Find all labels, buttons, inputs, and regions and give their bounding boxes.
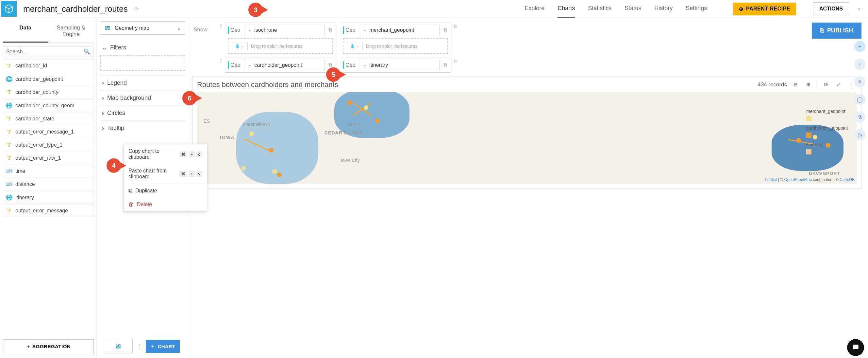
map-body[interactable]: ES IOWA Marshalltown Marion CEDAR RAPIDS… [197, 92, 857, 184]
drag-handle-icon[interactable]: ⠿ [220, 59, 223, 64]
column-item[interactable]: Tcardholder_county [3, 86, 94, 99]
column-name: output_error_type_1 [16, 142, 62, 148]
expand-icon[interactable]: ⤢ [835, 80, 843, 89]
section-filters[interactable]: ⌄Filters [100, 40, 185, 55]
section-tooltip[interactable]: ›Tooltip [100, 120, 185, 136]
chart-canvas: ⎘ PUBLISH Show ⠿ Geo ⌄ isochrone 🗑 💧 ⌄ D… [189, 18, 868, 358]
column-item[interactable]: Tcardholder_state [3, 113, 94, 125]
column-item[interactable]: Toutput_error_message_1 [3, 126, 94, 138]
section-legend[interactable]: ›Legend [100, 75, 185, 90]
column-item[interactable]: 123distance [3, 178, 94, 190]
geo-label: Geo [228, 27, 242, 34]
color-dropzone[interactable]: 💧 ⌄ Drop to color the features [228, 38, 333, 54]
drop-hint: Drop to color the features [251, 44, 303, 49]
trash-icon[interactable]: 🗑 [328, 27, 333, 33]
ctx-duplicate[interactable]: ⧉ Duplicate [124, 184, 207, 198]
leaflet-link[interactable]: Leaflet [765, 177, 777, 182]
add-chart-button[interactable]: ＋ CHART [146, 340, 180, 353]
osm-link[interactable]: OpenStreetMap [784, 177, 812, 182]
column-item[interactable]: Toutput_error_type_1 [3, 139, 94, 151]
left-tab-sampling[interactable]: Sampling & Engine [49, 21, 94, 43]
column-item[interactable]: Toutput_error_raw_1 [3, 152, 94, 164]
refresh-icon[interactable]: ⟳ [134, 6, 138, 12]
ctx-paste[interactable]: Paste chart from clipboard ⌘+v [124, 164, 207, 184]
column-search[interactable]: 🔍 [3, 46, 94, 57]
legend-item: merchant_geopoint [806, 109, 852, 122]
rail-search-icon[interactable]: ◯ [854, 94, 865, 105]
rail-lab-icon[interactable]: ⚗ [854, 112, 865, 123]
left-tab-data[interactable]: Data [3, 21, 49, 43]
topbar: merchant_cardholder_routes ⟳ Explore Cha… [0, 0, 868, 18]
refresh-icon[interactable]: ⟳ [822, 80, 830, 89]
chevron-right-icon: › [102, 94, 104, 102]
column-item[interactable]: 🌐itinerary [3, 191, 94, 204]
rail-add-icon[interactable]: ＋ [854, 41, 865, 52]
actions-button[interactable]: ACTIONS [813, 2, 849, 16]
rail-info-icon[interactable]: i [854, 59, 865, 70]
geo-layer-card: Geo ⌄ merchant_geopoint 🗑 💧 ⌄ Drop to co… [340, 23, 451, 56]
chevron-down-icon: ⌄ [102, 44, 107, 51]
column-item[interactable]: 123time [3, 165, 94, 177]
tab-charts[interactable]: Charts [558, 0, 575, 18]
chart-thumbnails-bar: 🗺️ ⋮ ＋ CHART [101, 336, 862, 356]
tab-statistics[interactable]: Statistics [588, 0, 612, 18]
zoom-out-icon[interactable]: ⊖ [792, 80, 800, 89]
type-icon: T [6, 155, 12, 161]
type-icon: 🌐 [6, 103, 12, 109]
drag-handle-icon[interactable]: ⠿ [220, 24, 223, 29]
column-name: cardholder_county [16, 89, 59, 95]
left-sidebar: Data Sampling & Engine 🔍 Tcardholder_id🌐… [0, 18, 97, 358]
geo-field-select[interactable]: ⌄ isochrone [245, 25, 324, 35]
delete-row-icon[interactable]: 🗑 [453, 24, 457, 29]
column-item[interactable]: Tcardholder_id [3, 60, 94, 72]
thumb-more-icon[interactable]: ⋮ [136, 343, 142, 350]
chart-type-select[interactable]: 🗺️ Geometry map ⌄ [100, 21, 185, 35]
geo-field-value: itinerary [369, 62, 388, 68]
column-item[interactable]: 🌐cardholder_county_geom [3, 99, 94, 112]
filters-dropzone[interactable] [100, 55, 185, 71]
rail-list-icon[interactable]: ≡ [854, 76, 865, 87]
ctx-delete[interactable]: 🗑 Delete [124, 198, 207, 212]
map-card: Routes between cardholders and merchants… [192, 77, 862, 189]
tab-status[interactable]: Status [624, 0, 641, 18]
map-title: Routes between cardholders and merchants [197, 81, 753, 89]
column-name: distance [16, 181, 35, 187]
tab-settings[interactable]: Settings [686, 0, 707, 18]
column-name: itinerary [16, 195, 34, 201]
search-icon: 🔍 [84, 49, 90, 55]
zoom-in-icon[interactable]: ⊕ [804, 80, 812, 89]
tab-history[interactable]: History [654, 0, 673, 18]
delete-row-icon[interactable]: 🗑 [453, 59, 457, 64]
rail-clock-icon[interactable]: ◷ [854, 129, 865, 140]
type-icon: T [6, 142, 12, 148]
column-item[interactable]: Toutput_error_message [3, 204, 94, 217]
dataset-cube-icon [1, 1, 17, 17]
geo-field-select[interactable]: ⌄ merchant_geopoint [360, 25, 439, 35]
section-circles[interactable]: ›Circles [100, 105, 185, 120]
trash-icon[interactable]: 🗑 [443, 62, 448, 68]
column-item[interactable]: 🌐cardholder_geopoint [3, 73, 94, 85]
publish-icon: ⎘ [820, 27, 824, 34]
ctx-copy[interactable]: Copy chart to clipboard ⌘+c [124, 144, 207, 164]
column-name: cardholder_id [16, 63, 47, 69]
map-attribution: Leaflet | © OpenStreetMap contributors, … [765, 177, 855, 182]
chevron-right-icon: › [102, 80, 104, 86]
parent-recipe-button[interactable]: ⊕ PARENT RECIPE [733, 3, 796, 16]
tab-explore[interactable]: Explore [525, 0, 545, 18]
chevron-down-icon: ⌄ [248, 28, 252, 32]
geo-field-select[interactable]: ⌄ itinerary [360, 60, 439, 71]
aggregation-button[interactable]: ＋ AGGREGATION [3, 339, 94, 354]
section-map-background[interactable]: ›Map background [100, 90, 185, 105]
chat-icon[interactable] [847, 339, 864, 356]
type-icon: 123 [6, 169, 12, 173]
search-input[interactable] [6, 49, 84, 55]
chart-thumb-1[interactable]: 🗺️ [104, 339, 133, 353]
step-badge-3: 3 [248, 3, 263, 17]
legend-swatch [806, 149, 811, 155]
carto-link[interactable]: CartoDB [840, 177, 855, 182]
back-arrow-icon[interactable]: ← [857, 5, 864, 13]
trash-icon[interactable]: 🗑 [443, 27, 448, 33]
color-dropzone[interactable]: 💧 ⌄ Drop to color the features [343, 38, 448, 54]
geo-field-select[interactable]: ⌄ cardholder_geopoint [245, 60, 324, 71]
publish-button[interactable]: ⎘ PUBLISH [812, 23, 862, 38]
